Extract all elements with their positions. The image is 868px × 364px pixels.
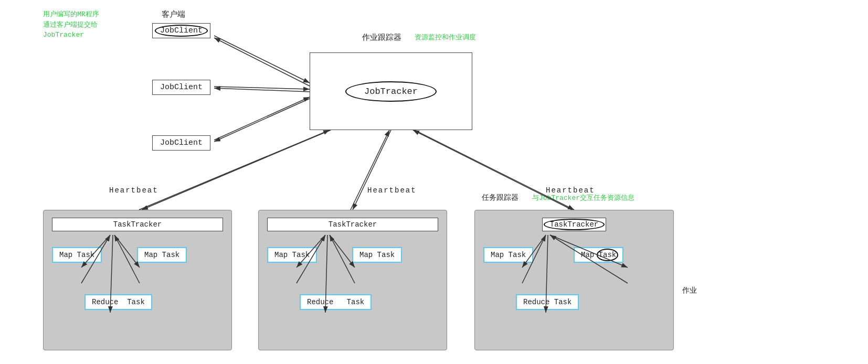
tasktracker-container-3: TaskTracker Map Task Map Task Reduce Tas… xyxy=(474,210,674,350)
tasktracker-1-label: TaskTracker xyxy=(52,218,223,231)
jobtracker-desc: 资源监控和作业调度 xyxy=(415,33,476,43)
jobclient-1: JobClient xyxy=(152,23,210,38)
jobclient-2: JobClient xyxy=(152,80,210,95)
svg-line-11 xyxy=(351,130,389,210)
map-task-3a: Map Task xyxy=(483,247,533,263)
heartbeat-1: Heartbeat xyxy=(109,186,158,195)
jobclient-3: JobClient xyxy=(152,135,210,151)
tasktracker-container-2: TaskTracker Map Task Map Task Reduce Tas… xyxy=(258,210,447,350)
svg-line-5 xyxy=(214,87,310,89)
diagram-container: 用户编写的MR程序通过客户端提交给JobTracker 客户端 JobClien… xyxy=(0,0,868,364)
reduce-task-1: Reduce Task xyxy=(84,294,152,310)
map-task-2a: Map Task xyxy=(267,247,317,263)
green-annotation: 用户编写的MR程序通过客户端提交给JobTracker xyxy=(43,9,99,40)
jobtracker-box: JobTracker xyxy=(310,52,472,130)
map-task-3b: Map Task xyxy=(574,247,623,263)
map-task-2b: Map Task xyxy=(352,247,402,263)
tasktracker-3-label: TaskTracker xyxy=(483,218,665,237)
reduce-task-2: Reduce Task xyxy=(300,294,372,310)
task-tracker-desc: 与JobTracker交互任务资源信息 xyxy=(532,193,634,204)
svg-line-2 xyxy=(214,38,310,86)
job-label: 作业 xyxy=(682,286,697,295)
svg-line-6 xyxy=(214,99,310,142)
svg-line-4 xyxy=(214,88,310,92)
jobtracker-label: 作业跟踪器 xyxy=(362,33,401,42)
svg-line-3 xyxy=(214,36,310,83)
tasktracker-2-label: TaskTracker xyxy=(267,218,438,231)
svg-line-7 xyxy=(214,97,310,140)
svg-line-10 xyxy=(353,130,391,210)
heartbeat-2: Heartbeat xyxy=(367,186,417,195)
tasktracker-container-1: TaskTracker Map Task Map Task Reduce Tas… xyxy=(43,210,232,350)
client-label: 客户端 xyxy=(162,9,185,19)
map-task-1b: Map Task xyxy=(137,247,187,263)
reduce-task-3: Reduce Task xyxy=(516,294,579,310)
map-task-1a: Map Task xyxy=(52,247,102,263)
task-tracker-label: 任务跟踪器 xyxy=(482,193,518,202)
